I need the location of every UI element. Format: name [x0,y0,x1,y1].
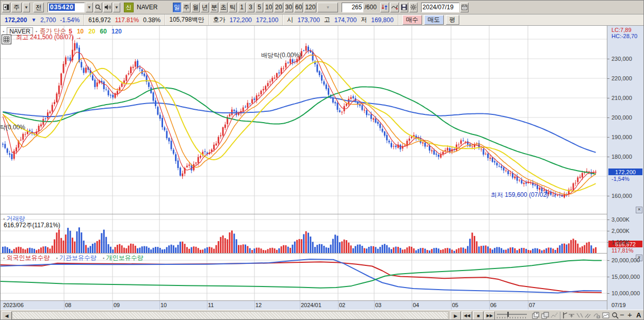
chart-window: 주 ▼ 전 035420 ▼ ▼ 신 NAVER 일주월년분초틱 1351020… [0,0,644,320]
period-button-분[interactable]: 분 [210,3,218,12]
open-label: 시 [287,15,293,24]
order-buttons-group: 매수 매도 평 [398,14,463,25]
pane-close-icon[interactable]: ✕ [636,207,642,213]
ohl-group: 시 173,700 고 174,700 저 169,800 [283,14,398,25]
xaxis-end-date: 07/19 [611,302,626,308]
chart-region: ▪ NAVER ▪ 종가 단순 5102060120 최고 241,500 (0… [1,26,644,310]
xaxis-label-06: 06 [490,302,496,308]
annotation-low: 최저 159,600 (07/02) → [491,191,556,199]
interval-button-120[interactable]: 120 [304,3,316,12]
channel-tool-icon[interactable] [585,312,591,320]
interval-button-30[interactable]: 30 [284,3,293,12]
volume-badge-pct: 117,81% [611,247,634,254]
speed-slider-track[interactable] [497,314,527,315]
date-input[interactable]: 2024/07/19 [421,3,459,12]
axis-label: 10,000,000 [611,290,640,296]
low-price: 169,800 [371,16,393,24]
indicator-dropdown[interactable]: ▼ [317,3,338,12]
scroll-left-button[interactable]: ◀ [2,311,12,320]
buy-button[interactable]: 매수 [403,15,422,25]
down-arrow-icon: ▼ [31,17,36,23]
save-icon[interactable] [400,3,408,12]
high-price: 174,700 [334,16,357,24]
xaxis-label-02: 02 [339,302,345,308]
holdings-pane[interactable]: ▪ 외국인보유수량▪ 기관보유수량▪ 개인보유수량 [1,254,607,301]
interval-button-3[interactable]: 3 [247,3,254,12]
xaxis-label-12: 12 [255,302,262,308]
play-button[interactable]: ▶ [450,311,461,320]
resistance-line-tool-icon[interactable] [568,312,575,320]
price-chart-pane[interactable]: ▪ NAVER ▪ 종가 단순 5102060120 최고 241,500 (0… [1,26,607,214]
holdings-legend: ▪ 외국인보유수량▪ 기관보유수량▪ 개인보유수량 [3,254,150,262]
speaker-dropdown-icon[interactable]: ▼ [113,3,120,12]
bottom-toolbar: ◀ ▶ ◀◀ ■ ▶▶ − + A [1,310,644,320]
add-trendline-icon[interactable] [390,3,399,12]
annotation-ex-dividend: 배당락(0.00%) [261,51,301,60]
period-button-년[interactable]: 년 [201,3,209,12]
interval-button-1[interactable]: 1 [238,3,246,12]
mode-button[interactable]: 주 [11,3,22,12]
interval-button-20[interactable]: 20 [274,3,283,12]
settings-gear-icon[interactable] [409,3,417,12]
pattern-search-icon[interactable] [551,312,558,320]
interval-button-10[interactable]: 10 [264,3,273,12]
zoom-in-button[interactable]: + [627,310,632,319]
period-button-초[interactable]: 초 [219,3,228,12]
legend-ma-60: 60 [100,28,107,35]
holdings-axis: ✕ 20,000,00015,000,00010,000,000 [607,254,644,301]
open-price: 173,700 [297,16,319,24]
volume-value: 616,972 [88,16,110,24]
speed-slider-thumb[interactable] [507,312,509,317]
duplicate-window-icon[interactable] [541,312,549,320]
period-button-월[interactable]: 월 [191,3,200,12]
axis-label: 200,000 [611,114,632,121]
avg-button[interactable]: 평 [446,15,459,25]
chart-image-icon[interactable] [602,312,610,320]
speed-slider-ticks [497,317,527,318]
legend-square-icon: ▪ [56,256,58,261]
annotation-tool-icon[interactable] [593,312,601,320]
price-change-pct: -1.54% [60,16,79,24]
axis-label: 20,000,000 [611,257,640,263]
volume-group: 616,972 117.81% 0.38% [84,14,165,25]
compare-arrows-icon[interactable] [380,3,389,12]
period-button-틱[interactable]: 틱 [229,3,237,12]
calendar-icon[interactable] [460,3,469,12]
sell-button[interactable]: 매도 [424,15,444,25]
stop-button[interactable]: ■ [473,311,484,320]
legend-square-icon: ▪ [3,256,5,261]
chart-scrollbar-track[interactable] [12,311,448,319]
xaxis-label-08: 08 [65,302,71,308]
period-button-일[interactable]: 일 [173,3,181,12]
turnover-pct: 0.38% [143,16,160,24]
search-icon[interactable] [94,3,102,12]
period-button-주[interactable]: 주 [182,3,190,12]
zoom-out-button[interactable]: − [620,310,624,319]
mode-dropdown-icon[interactable]: ▼ [23,3,30,12]
trendline-tool-icon[interactable] [576,312,583,320]
new-chart-window-icon[interactable] [532,312,540,320]
speaker-icon[interactable] [103,3,112,12]
legend-square-icon: ▪ [103,256,104,261]
vertical-line-tool-icon[interactable] [560,312,569,320]
code-dropdown-icon[interactable]: ▼ [86,3,93,12]
grid-tool-icon[interactable] [2,35,11,44]
current-price-pct: -1,54% [611,176,630,182]
interval-button-5[interactable]: 5 [255,3,263,12]
rewind-button[interactable]: ◀◀ [462,311,472,320]
bar-count-input[interactable]: 265 [342,3,363,12]
jeon-button[interactable]: 전 [34,3,44,12]
axis-label: 2,000K [611,228,630,234]
interval-button-60[interactable]: 60 [294,3,303,12]
price-change-group: 172,200 ▼ 2,700 -1.54% [1,14,84,25]
panel-toggle-icon[interactable] [2,3,10,12]
stock-code-input[interactable]: 035420 [47,3,85,12]
zoom-icon[interactable] [611,312,619,320]
axis-label: 3,000K [611,216,630,223]
axis-label: 160,000 [611,193,632,199]
fast-forward-button[interactable]: ▶▶ [485,311,495,320]
ask-price: 172,200 [230,16,252,24]
holdings-legend-외국인보유수량: ▪ 외국인보유수량 [3,254,50,261]
volume-pane[interactable]: ▪ 거래량 616,972주(117,81%) [1,214,607,254]
font-size-button[interactable]: A [636,311,641,319]
